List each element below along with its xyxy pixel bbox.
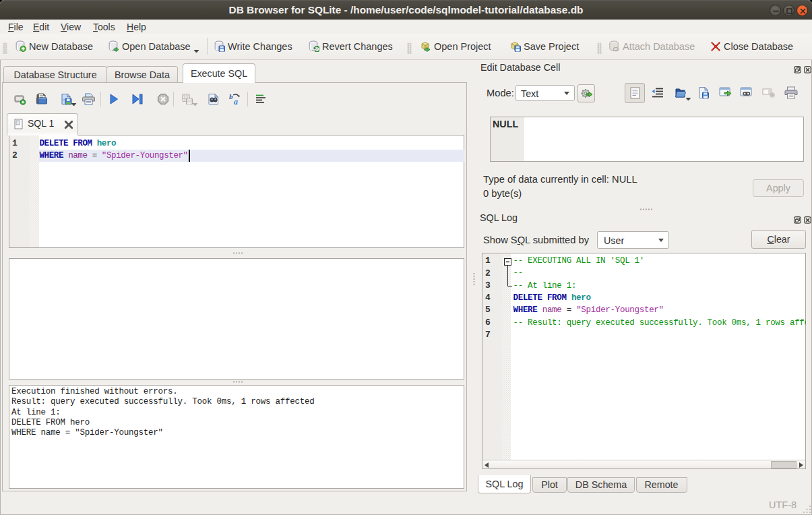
svg-text:a: a <box>234 97 238 106</box>
svg-text:b: b <box>229 93 233 100</box>
